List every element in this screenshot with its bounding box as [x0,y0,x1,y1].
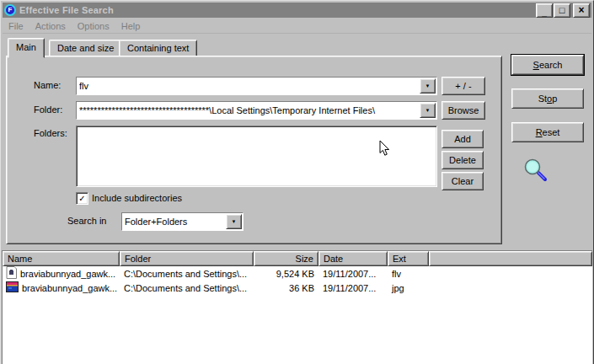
column-header-filler [429,251,592,266]
menu-actions[interactable]: Actions [29,20,72,32]
folder-label: Folder: [34,104,62,115]
file-size: 36 KB [254,283,318,293]
clear-button[interactable]: Clear [441,172,484,190]
app-window: F Effective File Search _ □ × File Actio… [0,0,594,364]
maximize-button[interactable]: □ [554,3,570,18]
file-date: 19/11/2007... [318,283,388,293]
results-list: Name Folder Size Date Ext braviabunnyad_… [2,250,592,364]
menu-help[interactable]: Help [115,20,147,32]
close-button[interactable]: × [573,3,590,18]
search-in-label: Search in [67,216,106,226]
name-combobox[interactable]: ▼ [76,77,437,95]
file-date: 19/11/2007... [318,269,388,279]
minimize-button[interactable]: _ [536,3,553,18]
file-name: braviabunnyad_gawk... [22,283,117,293]
plus-minus-button[interactable]: + / - [441,77,485,95]
tab-containing-text[interactable]: Containing text [119,40,197,57]
tab-date-and-size[interactable]: Date and size [49,40,122,57]
add-button[interactable]: Add [441,130,484,148]
search-in-combobox[interactable]: ▼ [121,212,243,231]
column-header-ext[interactable]: Ext [388,251,429,266]
file-ext: jpg [388,283,429,293]
column-header-name[interactable]: Name [3,251,120,266]
main-tab-panel: Name: ▼ + / - Folder: ▼ Browse Folders: … [6,56,502,244]
file-name: braviabunnyad_gawk... [20,269,115,279]
search-button[interactable]: Search [511,55,584,75]
file-ext: flv [388,269,429,279]
name-dropdown-button[interactable]: ▼ [420,78,436,94]
window-controls: _ □ × [535,3,590,18]
delete-button[interactable]: Delete [441,151,484,169]
file-folder: C:\Documents and Settings\... [120,269,254,279]
reset-button[interactable]: Reset [511,122,584,142]
app-icon: F [4,4,16,16]
folder-dropdown-button[interactable]: ▼ [420,103,436,118]
folder-input[interactable] [77,102,436,119]
table-row[interactable]: braviabunnyad_gawk... C:\Documents and S… [3,266,592,281]
chevron-down-icon[interactable]: ▼ [226,214,242,229]
file-size: 9,524 KB [254,269,318,279]
menu-bar: File Actions Options Help [3,19,591,34]
browse-button[interactable]: Browse [441,101,485,120]
check-icon: ✓ [78,195,85,203]
flv-file-icon [6,266,17,281]
chevron-down-icon: ▼ [425,108,431,113]
window-title: Effective File Search [19,5,114,15]
column-header-size[interactable]: Size [254,251,318,266]
include-subdirectories-label[interactable]: Include subdirectories [92,193,182,203]
magnifier-icon [522,157,549,185]
name-input[interactable] [77,78,436,94]
title-bar: F Effective File Search _ □ × [3,3,591,18]
search-in-value[interactable] [122,213,243,230]
table-row[interactable]: braviabunnyad_gawk... C:\Documents and S… [3,281,592,295]
chevron-down-icon: ▼ [425,83,431,88]
name-label: Name: [34,80,61,90]
results-header: Name Folder Size Date Ext [3,251,592,266]
mouse-cursor-icon [379,140,390,158]
menu-options[interactable]: Options [72,20,115,32]
file-folder: C:\Documents and Settings\... [120,283,254,293]
folder-combobox[interactable]: ▼ [76,101,437,120]
stop-button[interactable]: Stop [511,88,584,109]
menu-file[interactable]: File [3,20,29,32]
column-header-folder[interactable]: Folder [120,251,254,266]
include-subdirectories-checkbox[interactable]: ✓ [76,192,88,205]
tab-main[interactable]: Main [8,38,45,58]
column-header-date[interactable]: Date [318,251,388,266]
folders-label: Folders: [34,128,67,138]
jpg-file-icon [6,281,19,294]
